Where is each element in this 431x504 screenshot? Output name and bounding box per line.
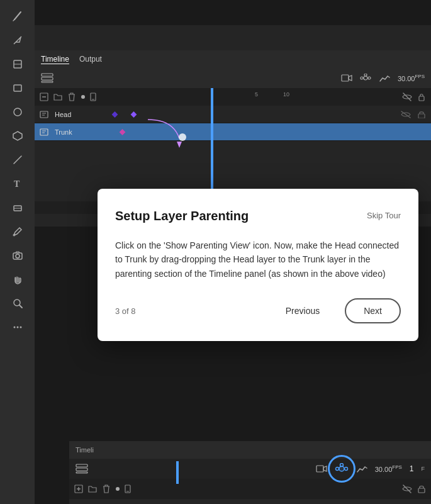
layers-icon[interactable]: [41, 73, 53, 83]
layer-row-head[interactable]: Head: [35, 106, 431, 123]
svg-point-50: [340, 464, 343, 467]
timeline-numbers: 5 10: [249, 88, 431, 101]
bottom-visibility-icon[interactable]: [402, 484, 412, 493]
tool-search[interactable]: [8, 293, 28, 313]
tool-rectangle[interactable]: [8, 78, 28, 98]
head-visibility-icon[interactable]: [401, 111, 411, 118]
tool-eyedropper[interactable]: [8, 221, 28, 242]
bottom-playhead-bar: [176, 461, 179, 484]
frame-5: 5: [255, 91, 258, 98]
tool-ellipse[interactable]: [8, 102, 28, 122]
bottom-toolbar-left: [76, 464, 88, 474]
svg-text:T: T: [14, 179, 20, 189]
head-layer-name: Head: [55, 111, 71, 118]
bottom-phone-icon[interactable]: [125, 484, 131, 493]
svg-rect-20: [42, 77, 53, 80]
bottom-dot-icon: [116, 487, 120, 491]
layer-rows: Head: [35, 106, 431, 141]
frame-10: 10: [283, 91, 289, 98]
head-lock-icon[interactable]: [417, 111, 426, 118]
svg-point-26: [364, 74, 367, 76]
fps-display: 30.00FPS: [398, 74, 425, 82]
bottom-video-icon[interactable]: [316, 464, 327, 473]
tool-text[interactable]: T: [8, 174, 28, 194]
page-indicator: 3 of 8: [115, 306, 260, 316]
tool-line[interactable]: [8, 150, 28, 170]
svg-rect-22: [342, 75, 349, 81]
svg-point-13: [16, 254, 20, 258]
svg-point-42: [179, 133, 186, 141]
svg-marker-6: [13, 132, 22, 140]
svg-rect-61: [418, 488, 425, 493]
svg-line-7: [14, 156, 21, 164]
svg-point-48: [335, 468, 339, 471]
svg-rect-44: [76, 468, 87, 471]
svg-rect-4: [14, 85, 21, 91]
video-icon[interactable]: [341, 74, 352, 82]
drag-arrow-overlay: [98, 107, 223, 157]
tool-pen[interactable]: [8, 30, 28, 50]
trunk-layer-name: Trunk: [55, 128, 72, 136]
modal-title: Setup Layer Parenting: [115, 209, 249, 223]
left-toolbar: T: [0, 0, 35, 504]
modal-header: Setup Layer Parenting Skip Tour: [115, 209, 401, 223]
svg-rect-39: [418, 114, 425, 118]
svg-point-18: [20, 327, 21, 328]
collapse-icon[interactable]: [40, 92, 48, 101]
tool-more[interactable]: [8, 317, 28, 337]
svg-point-25: [368, 77, 371, 79]
bottom-folder-icon[interactable]: [88, 484, 97, 493]
bottom-graph-icon[interactable]: [356, 464, 367, 473]
tool-hand[interactable]: [8, 269, 28, 289]
svg-rect-37: [40, 111, 48, 118]
bottom-delete-icon[interactable]: [102, 484, 111, 493]
bottom-network-icon[interactable]: [335, 463, 349, 474]
tool-pencil[interactable]: [8, 54, 28, 74]
svg-line-0: [14, 12, 21, 20]
svg-marker-41: [177, 142, 182, 148]
trunk-type-icon: [40, 128, 48, 136]
tab-timeline[interactable]: Timeline: [41, 55, 69, 64]
graph-icon[interactable]: [379, 74, 390, 82]
timeline-toolbar-top: 30.00FPS: [35, 68, 431, 88]
layer-row-trunk[interactable]: Trunk: [35, 123, 431, 141]
layer-type-icon: [40, 111, 48, 118]
bottom-tl-layers: [69, 479, 431, 499]
svg-rect-45: [76, 472, 87, 473]
tool-eraser[interactable]: [8, 198, 28, 218]
svg-rect-40: [40, 129, 48, 135]
tl-icons-left: [41, 73, 53, 83]
bottom-lock-icon[interactable]: [417, 484, 426, 493]
modal-body: Click on the 'Show Parenting View' icon.…: [115, 238, 401, 281]
delete-icon[interactable]: [67, 92, 76, 101]
phone-icon[interactable]: [90, 92, 96, 101]
bottom-layers-icon[interactable]: [76, 464, 88, 474]
svg-point-32: [81, 95, 85, 99]
skip-tour-button[interactable]: Skip Tour: [367, 209, 401, 220]
svg-point-5: [14, 108, 21, 116]
tab-output[interactable]: Output: [79, 55, 102, 64]
modal-footer: 3 of 8 Previous Next: [115, 298, 401, 323]
svg-point-24: [361, 77, 363, 79]
next-button[interactable]: Next: [345, 298, 401, 323]
bottom-timeline-label: Timeli: [76, 446, 94, 454]
svg-point-17: [16, 327, 18, 328]
bottom-fps-display: 30.00FPS: [375, 464, 402, 473]
svg-line-1: [13, 20, 14, 21]
tool-brush[interactable]: [8, 6, 28, 26]
network-icon[interactable]: [360, 74, 371, 82]
svg-point-16: [13, 327, 15, 328]
bottom-toolbar-right: 30.00FPS 1 F: [316, 463, 425, 474]
svg-point-23: [364, 76, 367, 80]
bottom-tl-tabs: Timeli: [69, 441, 431, 459]
tool-polygon[interactable]: [8, 126, 28, 146]
previous-button[interactable]: Previous: [276, 301, 330, 321]
network-icon-wrapper[interactable]: [335, 463, 349, 474]
folder-icon[interactable]: [53, 92, 62, 101]
tool-camera[interactable]: [8, 245, 28, 266]
bottom-add-icon[interactable]: [74, 484, 83, 493]
svg-rect-43: [76, 464, 87, 467]
svg-line-60: [403, 485, 411, 493]
svg-rect-19: [42, 74, 53, 76]
dot-icon: [81, 95, 85, 99]
